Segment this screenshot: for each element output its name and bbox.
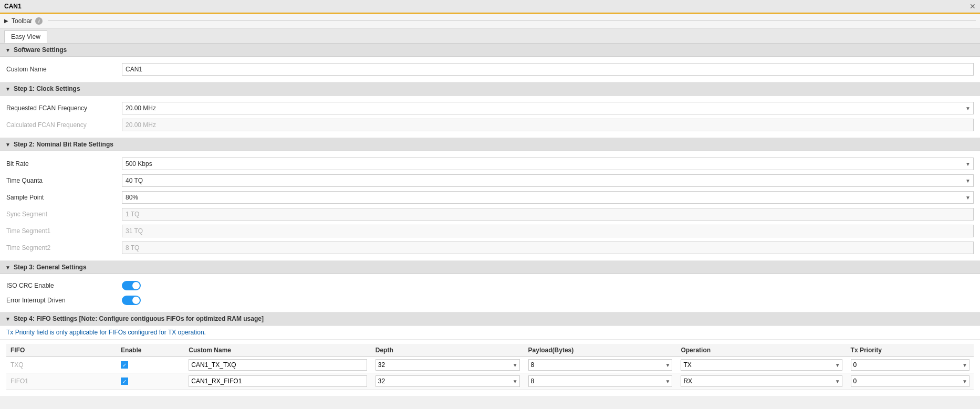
info-icon[interactable]: i [35,17,43,25]
fifo-settings-chevron: ▼ [5,316,11,322]
fifo-col-header-fifo: FIFO [6,344,117,357]
requested-fcan-select[interactable]: 20.00 MHz [122,102,974,114]
fifo-table-container: FIFO Enable Custom Name Depth Payload(By… [0,344,980,396]
calculated-fcan-row: Calculated FCAN Frequency [6,117,974,133]
time-segment2-row: Time Segment2 [6,239,974,256]
calculated-fcan-input [122,119,974,131]
custom-name-row: Custom Name [6,61,974,78]
tab-bar: Easy View [0,28,980,44]
iso-crc-label: ISO CRC Enable [6,282,122,289]
software-settings-chevron: ▼ [5,47,11,53]
clock-settings-header[interactable]: ▼ Step 1: Clock Settings [0,82,980,96]
sample-point-label: Sample Point [6,194,122,201]
fifo-col-header-enable: Enable [117,344,184,357]
fifo-cell-customname-txq [184,357,371,373]
time-segment1-input [122,225,974,237]
fifo-cell-txpriority-txq: 0 ▼ [847,357,974,373]
error-interrupt-row: Error Interrupt Driven [6,293,974,308]
table-row: TXQ ✓ 32 ▼ [6,357,974,373]
fifo-note: Tx Priority field is only applicable for… [0,326,980,340]
sample-point-select[interactable]: 80% [122,191,974,204]
toolbar-label[interactable]: Toolbar [12,17,32,25]
calculated-fcan-label: Calculated FCAN Frequency [6,121,122,129]
nominal-bitrate-body: Bit Rate 500 Kbps ▼ Time Quanta 40 TQ ▼ … [0,151,980,261]
fifo-depth-select-txq[interactable]: 32 [376,359,520,371]
general-settings-body: ISO CRC Enable Error Interrupt Driven [0,274,980,312]
fifo-customname-input-txq[interactable] [189,359,367,371]
time-segment1-row: Time Segment1 [6,223,974,239]
fifo-cell-depth-txq: 32 ▼ [371,357,524,373]
time-quanta-select-wrapper: 40 TQ ▼ [122,174,974,187]
close-button[interactable]: ✕ [969,2,976,11]
iso-crc-row: ISO CRC Enable [6,278,974,293]
fifo-cell-txpriority-fifo1: 0 ▼ [847,373,974,390]
window-title: CAN1 [4,3,22,10]
custom-name-label: Custom Name [6,66,122,73]
bit-rate-row: Bit Rate 500 Kbps ▼ [6,155,974,172]
general-settings-chevron: ▼ [5,265,11,270]
fifo-payload-select-fifo1[interactable]: 8 [528,375,673,387]
clock-settings-chevron: ▼ [5,86,11,92]
main-content: ▼ Software Settings Custom Name ▼ Step 1… [0,44,980,396]
clock-settings-body: Requested FCAN Frequency 20.00 MHz ▼ Cal… [0,96,980,138]
fifo-cell-customname-fifo1 [184,373,371,390]
fifo-cell-payload-fifo1: 8 ▼ [524,373,677,390]
fifo-col-header-operation: Operation [676,344,846,357]
software-settings-header[interactable]: ▼ Software Settings [0,44,980,57]
fifo-table: FIFO Enable Custom Name Depth Payload(By… [6,344,974,390]
bit-rate-select-wrapper: 500 Kbps ▼ [122,158,974,170]
fifo-table-header-row: FIFO Enable Custom Name Depth Payload(By… [6,344,974,357]
toolbar-divider [48,20,976,21]
fifo-col-header-customname: Custom Name [184,344,371,357]
fifo-cell-operation-fifo1: TX RX ▼ [676,373,846,390]
fifo-customname-input-fifo1[interactable] [189,375,367,387]
fifo-operation-select-fifo1[interactable]: TX RX [681,375,842,387]
nominal-bitrate-chevron: ▼ [5,142,11,148]
time-segment2-label: Time Segment2 [6,244,122,251]
bit-rate-select[interactable]: 500 Kbps [122,158,974,170]
fifo-settings-header[interactable]: ▼ Step 4: FIFO Settings [Note: Configure… [0,312,980,326]
error-interrupt-label: Error Interrupt Driven [6,297,122,304]
software-settings-body: Custom Name [0,57,980,82]
fifo-cell-payload-txq: 8 ▼ [524,357,677,373]
error-interrupt-toggle[interactable] [122,296,141,305]
iso-crc-toggle[interactable] [122,281,141,290]
sample-point-row: Sample Point 80% ▼ [6,189,974,206]
fifo-cell-operation-txq: TX RX ▼ [676,357,846,373]
toolbar-bar: ▶ Toolbar i [0,14,980,28]
fifo-txpriority-select-fifo1[interactable]: 0 [851,375,969,387]
general-settings-header[interactable]: ▼ Step 3: General Settings [0,261,980,274]
sync-segment-label: Sync Segment [6,211,122,218]
fifo-operation-select-txq[interactable]: TX RX [681,359,842,371]
sample-point-select-wrapper: 80% ▼ [122,191,974,204]
requested-fcan-label: Requested FCAN Frequency [6,104,122,112]
tab-easy-view[interactable]: Easy View [4,30,47,43]
fifo-cell-enable-txq[interactable]: ✓ [117,357,184,373]
fifo-payload-select-txq[interactable]: 8 [528,359,673,371]
fifo-depth-select-fifo1[interactable]: 32 [376,375,520,387]
nominal-bitrate-header[interactable]: ▼ Step 2: Nominal Bit Rate Settings [0,138,980,151]
time-segment2-input [122,242,974,254]
fifo-col-header-txpriority: Tx Priority [847,344,974,357]
time-quanta-select[interactable]: 40 TQ [122,174,974,187]
time-quanta-label: Time Quanta [6,177,122,184]
title-bar: CAN1 ✕ [0,0,980,14]
fifo-enable-checkbox-fifo1[interactable]: ✓ [121,377,128,385]
sync-segment-input [122,208,974,221]
requested-fcan-select-wrapper: 20.00 MHz ▼ [122,102,974,114]
fifo-txpriority-select-txq[interactable]: 0 [851,359,969,371]
fifo-cell-depth-fifo1: 32 ▼ [371,373,524,390]
bit-rate-label: Bit Rate [6,160,122,167]
fifo-cell-enable-fifo1[interactable]: ✓ [117,373,184,390]
table-row: FIFO1 ✓ 32 ▼ [6,373,974,390]
time-quanta-row: Time Quanta 40 TQ ▼ [6,172,974,189]
fifo-cell-name-txq: TXQ [6,357,117,373]
toolbar-expand-icon[interactable]: ▶ [4,18,8,24]
sync-segment-row: Sync Segment [6,206,974,223]
fifo-col-header-depth: Depth [371,344,524,357]
fifo-cell-name-fifo1: FIFO1 [6,373,117,390]
fifo-col-header-payload: Payload(Bytes) [524,344,677,357]
custom-name-input[interactable] [122,63,974,76]
requested-fcan-row: Requested FCAN Frequency 20.00 MHz ▼ [6,100,974,117]
fifo-enable-checkbox-txq[interactable]: ✓ [121,361,128,369]
